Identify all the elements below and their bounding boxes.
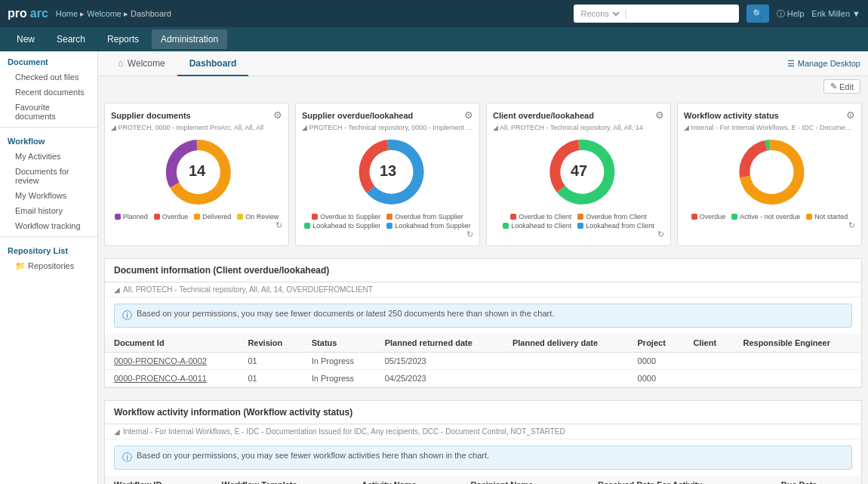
- user-menu[interactable]: Erik Millen ▼: [811, 9, 860, 18]
- legend-dot-wf-overdue: [691, 214, 697, 220]
- filter-text-4: Internal - For Internal Workflows, E - I…: [691, 124, 855, 131]
- col-due-date: Due Date: [772, 476, 861, 484]
- breadcrumb-welcome[interactable]: Welcome: [87, 9, 122, 18]
- sidebar-section-document[interactable]: Document: [0, 51, 97, 69]
- nav-search[interactable]: Search: [48, 29, 94, 49]
- sidebar-item-email-history[interactable]: Email history: [0, 203, 97, 218]
- help-button[interactable]: ⓘ Help: [777, 8, 805, 20]
- legend-item-overdue-to-client: Overdue to Client: [510, 213, 571, 220]
- refresh-3[interactable]: ↻: [493, 230, 664, 239]
- nav-reports[interactable]: Reports: [98, 29, 148, 49]
- donut-svg-4: [732, 134, 808, 210]
- doc-id-1[interactable]: 0000-PROENCO-A-0002: [105, 353, 239, 370]
- sidebar-item-docs-for-review[interactable]: Documents for review: [0, 164, 97, 188]
- tab-dashboard-label: Dashboard: [189, 58, 237, 69]
- col-revision: Revision: [239, 334, 302, 353]
- engineer-1: [734, 353, 861, 370]
- sidebar-item-workflow-tracking[interactable]: Workflow tracking: [0, 218, 97, 233]
- planned-return-2: 04/25/2023: [376, 370, 503, 387]
- nav-administration[interactable]: Administration: [152, 29, 227, 49]
- filter-text-1: PROTECH, 0000 - Implement ProArc, All, A…: [119, 124, 264, 131]
- sidebar-item-checked-out[interactable]: Checked out files: [0, 69, 97, 85]
- legend-dot-otc: [510, 214, 516, 220]
- sidebar-item-repositories[interactable]: 📁 Repositories: [0, 258, 97, 274]
- project-1: 0000: [629, 353, 685, 370]
- sidebar-sep-1: [0, 127, 97, 128]
- donut-svg-2: 13: [350, 134, 426, 210]
- edit-button[interactable]: ✎ Edit: [823, 79, 860, 94]
- manage-desktop-button[interactable]: ☰ Manage Desktop: [787, 59, 860, 69]
- search-box: Recons |: [574, 5, 739, 23]
- tab-dashboard[interactable]: Dashboard: [177, 52, 249, 76]
- wf-table-head: Workflow ID Workflow Template Activity N…: [105, 476, 861, 484]
- wf-info-table: Workflow ID Workflow Template Activity N…: [105, 476, 861, 484]
- user-name: Erik Millen: [811, 9, 850, 18]
- filter-text-2: PROTECH - Technical repository, 0000 - I…: [309, 124, 473, 131]
- legend-label-otc: Overdue to Client: [519, 213, 571, 220]
- chart-wrapper-2: 13: [350, 134, 426, 210]
- sidebar-item-recent[interactable]: Recent documents: [0, 85, 97, 100]
- col-recipient: Recipient Name: [462, 476, 589, 484]
- sidebar-item-my-activities[interactable]: My Activities: [0, 149, 97, 164]
- donut-2: 13 Overdue to Supplier Overdue from Supp…: [302, 134, 473, 230]
- content-area: ⌂ Welcome Dashboard ☰ Manage Desktop ✎ E…: [98, 51, 868, 484]
- legend-dot-not-started: [806, 214, 812, 220]
- edit-label: Edit: [839, 82, 854, 91]
- filter-text-3: All, PROTECH - Technical repository, All…: [500, 124, 643, 131]
- tab-welcome[interactable]: ⌂ Welcome: [106, 51, 177, 76]
- legend-label-not-started: Not started: [814, 213, 848, 220]
- gear-icon-4[interactable]: ⚙: [846, 109, 855, 121]
- search-input[interactable]: [630, 9, 734, 18]
- legend-4: Overdue Active - not overdue Not started: [691, 213, 848, 220]
- legend-label-ofs: Overdue from Supplier: [395, 213, 463, 220]
- gear-icon-1[interactable]: ⚙: [273, 109, 282, 121]
- donut-svg-1: 14: [159, 134, 235, 210]
- legend-item-overdue-from-supplier: Overdue from Supplier: [386, 213, 463, 220]
- search-button[interactable]: 🔍: [746, 5, 769, 23]
- doc-table-head: Document Id Revision Status Planned retu…: [105, 334, 861, 353]
- legend-dot-ots: [312, 214, 318, 220]
- legend-label-active: Active - not overdue: [740, 213, 800, 220]
- legend-dot-delivered: [194, 214, 200, 220]
- donut-3: 47 Overdue to Client Overdue from Client: [493, 134, 664, 230]
- gear-icon-3[interactable]: ⚙: [655, 109, 664, 121]
- refresh-4[interactable]: ↻: [684, 220, 855, 230]
- gear-icon-2[interactable]: ⚙: [464, 109, 473, 121]
- col-planned-delivery: Planned delivery date: [503, 334, 629, 353]
- logo: proarc: [8, 7, 48, 20]
- card-title-4: Workflow activity status: [684, 111, 779, 120]
- planned-delivery-2: [503, 370, 629, 387]
- wf-info-header: Workflow activity information (Workflow …: [105, 401, 861, 424]
- breadcrumb-sep1: ▸: [80, 9, 87, 18]
- legend-3: Overdue to Client Overdue from Client Lo…: [493, 213, 664, 230]
- legend-label-ltc: Lookahead to Client: [511, 222, 571, 230]
- tab-header: ⌂ Welcome Dashboard ☰ Manage Desktop: [98, 51, 868, 76]
- legend-label-overdue: Overdue: [162, 213, 189, 220]
- doc-info-filter: ◢ All, PROTECH - Technical repository, A…: [105, 282, 861, 297]
- legend-dot-ltc: [503, 223, 509, 229]
- sidebar-section-workflow[interactable]: Workflow: [0, 131, 97, 149]
- refresh-1[interactable]: ↻: [111, 220, 282, 230]
- col-wf-template: Workflow Template: [213, 476, 352, 484]
- breadcrumb-home[interactable]: Home: [56, 9, 78, 18]
- legend-item-lookahead-from-client: Lookahead from Client: [577, 222, 654, 230]
- status-1: In Progress: [303, 353, 376, 370]
- sidebar-section-repository-list[interactable]: Repository List: [0, 240, 97, 258]
- nav-new[interactable]: New: [8, 29, 44, 49]
- legend-dot-overdue: [154, 214, 160, 220]
- client-2: [685, 370, 734, 387]
- legend-item-overdue-to-supplier: Overdue to Supplier: [312, 213, 380, 220]
- refresh-2[interactable]: ↻: [302, 230, 473, 239]
- wf-info-filter: ◢ Internal - For Internal Workflows, E -…: [105, 424, 861, 439]
- tab-actions: ✎ Edit: [98, 76, 868, 97]
- legend-item-lookahead-from-supplier: Lookahead from Supplier: [386, 222, 471, 230]
- top-bar-right: Recons | 🔍 ⓘ Help Erik Millen ▼: [574, 5, 860, 23]
- search-dropdown[interactable]: Recons: [578, 8, 622, 19]
- sidebar-item-favourite[interactable]: Favourite documents: [0, 100, 97, 124]
- legend-dot-on-review: [237, 214, 243, 220]
- card-header-2: Supplier overdue/lookahead ⚙: [302, 109, 473, 121]
- sidebar-item-my-workflows[interactable]: My Workflows: [0, 188, 97, 203]
- legend-item-overdue-from-client: Overdue from Client: [577, 213, 647, 220]
- doc-id-2[interactable]: 0000-PROENCO-A-0011: [105, 370, 239, 387]
- breadcrumb-sep2: ▸: [124, 9, 131, 18]
